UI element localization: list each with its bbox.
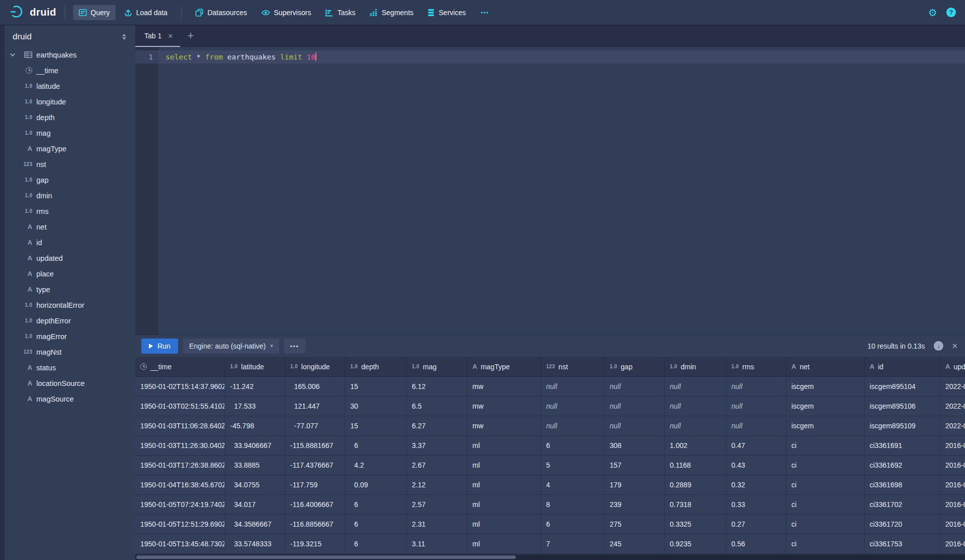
- cell[interactable]: 2022-0: [940, 377, 965, 396]
- cell[interactable]: -116.8856667: [285, 515, 345, 534]
- cell[interactable]: 5: [541, 456, 605, 475]
- cell[interactable]: 4: [541, 475, 605, 494]
- sidebar-column-latitude[interactable]: 1.0latitude: [5, 78, 135, 94]
- sidebar-column-deptherror[interactable]: 1.0depthError: [5, 313, 135, 328]
- cell[interactable]: 033.9406667: [225, 436, 285, 455]
- sidebar-column-nst[interactable]: 123nst: [5, 156, 135, 172]
- nav-item-tasks[interactable]: Tasks: [319, 5, 361, 20]
- cell[interactable]: 0121.447: [285, 397, 345, 416]
- cell[interactable]: 1950-01-03T02:51:55.410Z: [135, 397, 225, 416]
- nav-item-more[interactable]: [474, 5, 495, 20]
- cell[interactable]: 6.12: [407, 377, 467, 396]
- cell[interactable]: 239: [605, 495, 665, 514]
- cell[interactable]: 275: [605, 515, 665, 534]
- cell[interactable]: 1950-01-04T16:38:45.670Z: [135, 475, 225, 494]
- scrollbar-thumb[interactable]: [136, 555, 516, 559]
- new-tab-button[interactable]: +: [180, 25, 201, 47]
- cell[interactable]: 1950-01-03T17:26:38.860Z: [135, 456, 225, 475]
- cell[interactable]: iscgem: [786, 397, 865, 416]
- cell[interactable]: ci3361753: [865, 534, 940, 553]
- cell[interactable]: 15: [345, 377, 407, 396]
- cell[interactable]: ml: [467, 534, 541, 553]
- cell[interactable]: ci3361720: [865, 515, 940, 534]
- cell[interactable]: 2016-0: [940, 534, 965, 553]
- column-header-rms[interactable]: 1.0rms: [726, 357, 786, 376]
- tab-1[interactable]: Tab 1 ✕: [135, 25, 180, 47]
- cell[interactable]: ci3361691: [865, 436, 940, 455]
- engine-select[interactable]: Engine: auto (sql-native) ▾: [183, 339, 279, 354]
- column-header-net[interactable]: Anet: [786, 357, 865, 376]
- cell[interactable]: ml: [467, 515, 541, 534]
- cell[interactable]: ml: [467, 495, 541, 514]
- cell[interactable]: ci: [786, 475, 865, 494]
- sidebar-column-status[interactable]: Astatus: [5, 360, 135, 375]
- cell[interactable]: 06: [345, 495, 407, 514]
- column-header-magtype[interactable]: AmagType: [467, 357, 541, 376]
- nav-item-query[interactable]: Query: [73, 5, 116, 20]
- cell[interactable]: -119.3215: [285, 534, 345, 553]
- cell[interactable]: 2016-0: [940, 495, 965, 514]
- cell[interactable]: mw: [467, 416, 541, 435]
- cell[interactable]: 245: [605, 534, 665, 553]
- cell[interactable]: 034.0755: [225, 475, 285, 494]
- run-button[interactable]: Run: [141, 339, 178, 354]
- settings-gear-icon[interactable]: ⚙: [928, 8, 937, 18]
- sidebar-column-horizontalerror[interactable]: 1.0horizontalError: [5, 297, 135, 313]
- cell[interactable]: 034.3586667: [225, 515, 285, 534]
- cell[interactable]: null: [605, 397, 665, 416]
- sidebar-column-depth[interactable]: 1.0depth: [5, 109, 135, 125]
- sidebar-column-type[interactable]: Atype: [5, 282, 135, 297]
- cell[interactable]: 0.7318: [665, 495, 726, 514]
- sidebar-column-gap[interactable]: 1.0gap: [5, 172, 135, 188]
- sidebar-column-rms[interactable]: 1.0rms: [5, 203, 135, 219]
- cell[interactable]: mw: [467, 397, 541, 416]
- cell[interactable]: 308: [605, 436, 665, 455]
- cell[interactable]: 06: [345, 534, 407, 553]
- cell[interactable]: null: [665, 377, 726, 396]
- cell[interactable]: 06: [345, 515, 407, 534]
- cell[interactable]: 0.32: [726, 475, 786, 494]
- cell[interactable]: 033.5748333: [225, 534, 285, 553]
- cell[interactable]: -117.759: [285, 475, 345, 494]
- cell[interactable]: 2016-0: [940, 475, 965, 494]
- horizontal-scrollbar[interactable]: [135, 554, 965, 560]
- nav-item-load-data[interactable]: Load data: [119, 5, 173, 20]
- sql-editor[interactable]: 1 select * from earthquakes limit 10: [135, 47, 965, 334]
- column-header-mag[interactable]: 1.0mag: [407, 357, 467, 376]
- cell[interactable]: -117.4376667: [285, 456, 345, 475]
- cell[interactable]: 179: [605, 475, 665, 494]
- cell[interactable]: null: [726, 416, 786, 435]
- cell[interactable]: ci: [786, 495, 865, 514]
- cell[interactable]: 6: [541, 515, 605, 534]
- cell[interactable]: iscgem895109: [865, 416, 940, 435]
- sidebar-column-dmin[interactable]: 1.0dmin: [5, 188, 135, 203]
- cell[interactable]: iscgem895106: [865, 397, 940, 416]
- cell[interactable]: ml: [467, 456, 541, 475]
- cell[interactable]: 1950-01-05T07:24:19.740Z: [135, 495, 225, 514]
- column-header-depth[interactable]: 1.0depth: [345, 357, 407, 376]
- nav-item-supervisors[interactable]: Supervisors: [256, 5, 317, 20]
- nav-item-services[interactable]: Services: [422, 5, 471, 20]
- cell[interactable]: 017.533: [225, 397, 285, 416]
- column-header-id[interactable]: Aid: [865, 357, 940, 376]
- cell[interactable]: ci3361702: [865, 495, 940, 514]
- cell[interactable]: ci3361692: [865, 456, 940, 475]
- cell[interactable]: 0.2889: [665, 475, 726, 494]
- column-header-longitude[interactable]: 1.0longitude: [285, 357, 345, 376]
- cell[interactable]: 0-77.077: [285, 416, 345, 435]
- cell[interactable]: ci: [786, 456, 865, 475]
- cell[interactable]: -45.798: [225, 416, 285, 435]
- cell[interactable]: null: [541, 377, 605, 396]
- column-header-dmin[interactable]: 1.0dmin: [665, 357, 726, 376]
- cell[interactable]: 1.002: [665, 436, 726, 455]
- cell[interactable]: null: [665, 416, 726, 435]
- cell[interactable]: null: [665, 397, 726, 416]
- sidebar-column-id[interactable]: Aid: [5, 235, 135, 250]
- cell[interactable]: 7: [541, 534, 605, 553]
- nav-item-datasources[interactable]: Datasources: [190, 5, 253, 20]
- cell[interactable]: ml: [467, 436, 541, 455]
- sidebar-column-magnst[interactable]: 123magNst: [5, 344, 135, 360]
- cell[interactable]: 0.56: [726, 534, 786, 553]
- cell[interactable]: 157: [605, 456, 665, 475]
- cell[interactable]: ci3361698: [865, 475, 940, 494]
